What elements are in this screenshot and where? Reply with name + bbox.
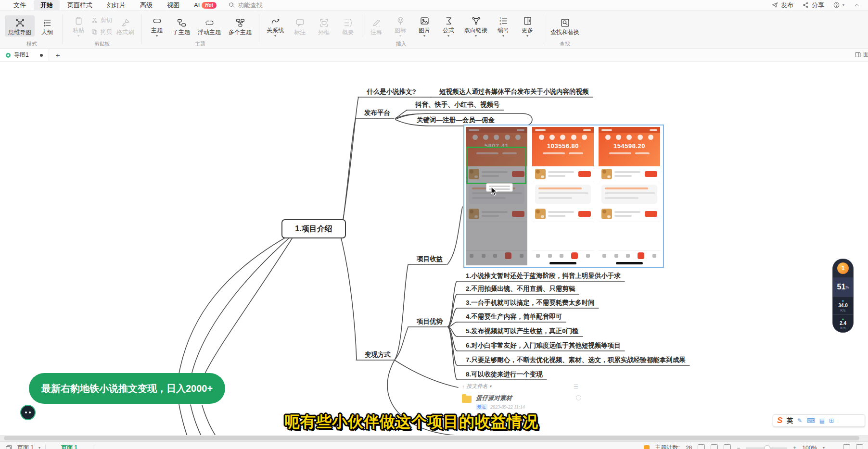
map-tab[interactable]: 导图1 bbox=[0, 49, 49, 61]
note-button[interactable]: 注释 bbox=[365, 15, 388, 37]
outline-mode-button[interactable]: 大纲 bbox=[36, 15, 59, 37]
multi-topic-button[interactable]: 多个主题 bbox=[225, 15, 255, 37]
floating-topic-button[interactable]: 浮动主题 bbox=[194, 15, 224, 37]
numbering-button[interactable]: 123编号▾ bbox=[492, 13, 515, 38]
function-search-label: 功能查找 bbox=[238, 1, 263, 10]
zoom-in-button[interactable]: + bbox=[793, 445, 796, 449]
node-project-revenue[interactable]: 项目收益 bbox=[417, 255, 443, 263]
outer-frame-button[interactable]: 外框 bbox=[312, 15, 335, 37]
mindmap-mode-button[interactable]: 思维导图 bbox=[5, 15, 35, 37]
advantage-item-3[interactable]: 3.一台手机就可以搞定，不需要耗费太多时间 bbox=[466, 299, 595, 307]
scrollbar-thumb[interactable] bbox=[4, 436, 859, 440]
icon-marker-button[interactable]: 图标▾ bbox=[389, 13, 412, 38]
active-page-tab[interactable]: 页面 1 bbox=[51, 444, 88, 449]
ime-language-mode[interactable]: 英 bbox=[787, 416, 793, 425]
list-view-icon[interactable]: ☰ bbox=[574, 384, 578, 390]
zoom-slider[interactable] bbox=[746, 448, 787, 449]
sogou-logo[interactable]: S bbox=[777, 416, 782, 425]
callout-button[interactable]: 标注 bbox=[288, 15, 311, 37]
node-monetization[interactable]: 变现方式 bbox=[365, 350, 391, 359]
publish-button[interactable]: 发布 bbox=[771, 1, 793, 10]
dog-photo bbox=[535, 169, 546, 179]
fit-width-icon[interactable] bbox=[724, 444, 731, 449]
file-row[interactable]: 蛋仔派对素材最近2023-09-22 11:14 bbox=[462, 394, 606, 410]
paste-button[interactable]: 粘贴▾ bbox=[67, 13, 90, 38]
zoom-level[interactable]: 100% bbox=[802, 445, 817, 449]
summary-button[interactable]: 概要 bbox=[336, 15, 359, 37]
advantage-item-5[interactable]: 5.发布视频就可以产生收益，真正0门槛 bbox=[466, 327, 579, 336]
page-selector-caret[interactable]: ▾ bbox=[38, 446, 40, 449]
collapse-icon[interactable] bbox=[856, 444, 863, 449]
upload-speed: ▲ 2.4 K/s bbox=[833, 314, 853, 332]
file-sort-header[interactable]: ↑ 按文件名 ▾ bbox=[462, 383, 606, 390]
topic-count-icon bbox=[644, 445, 650, 449]
panel-toggle-button[interactable]: 面板 bbox=[855, 50, 868, 59]
advantage-item-6[interactable]: 6.对小白非常友好，入门难度远低于其他短视频等项目 bbox=[466, 341, 621, 350]
booster-overlay[interactable]: 1 51 % ▼ 34.0 K/s ▲ 2.4 K/s bbox=[832, 259, 854, 333]
advantage-item-4[interactable]: 4.不需要生产内容，简单配音即可 bbox=[466, 312, 562, 321]
format-painter-button[interactable]: 格式刷 bbox=[113, 15, 137, 37]
copy-label: 拷贝 bbox=[101, 28, 112, 36]
node-project-advantage[interactable]: 项目优势 bbox=[417, 317, 443, 326]
node-keywords[interactable]: 关键词—注册—会员—佣金 bbox=[417, 116, 495, 125]
find-replace-button[interactable]: 查找和替换 bbox=[547, 15, 583, 37]
subtopic-button[interactable]: 子主题 bbox=[169, 15, 193, 37]
zoom-out-button[interactable]: − bbox=[737, 445, 740, 449]
bi-link-label: 双向链接 bbox=[464, 27, 487, 34]
menu-item-文件[interactable]: 文件 bbox=[7, 0, 33, 11]
fit-page-icon[interactable] bbox=[711, 444, 718, 449]
add-map-tab-button[interactable]: + bbox=[49, 51, 67, 59]
help-button[interactable]: ▾ bbox=[833, 1, 844, 9]
zoom-slider-knob[interactable] bbox=[764, 445, 770, 449]
menu-item-页面样式[interactable]: 页面样式 bbox=[61, 0, 99, 11]
divider bbox=[141, 14, 141, 44]
cut-icon bbox=[91, 17, 98, 24]
zoom-caret[interactable]: ▾ bbox=[823, 446, 825, 449]
ribbon-group-label: 剪贴板 bbox=[94, 39, 110, 48]
advantage-item-8[interactable]: 8.可以收徒来进行一个变现 bbox=[466, 370, 543, 379]
floating-topic-label: 浮动主题 bbox=[198, 29, 221, 36]
menu-item-高级[interactable]: 高级 bbox=[133, 0, 159, 11]
ime-pen-icon[interactable]: ✎ bbox=[797, 417, 802, 424]
upload-arrow-icon: ▲ bbox=[842, 317, 845, 321]
topic-count-value: 28 bbox=[686, 445, 692, 449]
menu-item-开始[interactable]: 开始 bbox=[34, 0, 60, 11]
ime-toolbox-icon[interactable]: ⊞ bbox=[829, 417, 834, 424]
assistant-avatar[interactable] bbox=[20, 405, 36, 420]
node-what-is[interactable]: 什么是小说推文? bbox=[367, 87, 416, 96]
picture-button[interactable]: 图片▾ bbox=[413, 13, 436, 38]
collapse-ribbon-button[interactable] bbox=[853, 1, 860, 9]
ime-toolbar[interactable]: S 英 ✎ ⌨ ▤ ⊞ bbox=[773, 414, 865, 427]
cut-button[interactable]: 剪切 bbox=[91, 16, 112, 25]
relation-line-button[interactable]: 关系线▾ bbox=[263, 13, 287, 38]
advantage-item-2[interactable]: 2.不用拍摄出镜、不用直播、只需剪辑 bbox=[466, 285, 575, 293]
menu-item-AI[interactable]: AIHot bbox=[187, 0, 223, 10]
more-button[interactable]: 更多▾ bbox=[516, 13, 539, 38]
page-selector[interactable]: 页面 1 bbox=[17, 444, 34, 449]
copy-button[interactable]: 拷贝 bbox=[91, 28, 112, 36]
grid-view-icon[interactable] bbox=[698, 444, 705, 449]
central-topic-node[interactable]: 1.项目介绍 bbox=[281, 219, 346, 238]
share-button[interactable]: 分享 bbox=[802, 1, 824, 10]
node-publish-platform[interactable]: 发布平台 bbox=[364, 109, 390, 117]
multi-icon bbox=[235, 18, 245, 28]
formula-button[interactable]: 公式▾ bbox=[437, 13, 460, 38]
function-search[interactable]: 功能查找 bbox=[228, 1, 263, 10]
pages-icon[interactable] bbox=[5, 444, 13, 449]
help-icon bbox=[833, 1, 840, 9]
file-radio[interactable] bbox=[576, 395, 581, 400]
node-what-is-desc[interactable]: 短视频达人通过各媒体平台发布关于小说内容的视频 bbox=[439, 87, 589, 96]
earnings-screenshots-image[interactable]: 5807.41103556.80154598.20 bbox=[463, 125, 664, 268]
advantage-item-7[interactable]: 7.只要足够耐心，不断去优化视频、素材、选文，积累实战经验都能拿到成果 bbox=[466, 356, 686, 364]
menu-item-视图[interactable]: 视图 bbox=[160, 0, 186, 11]
fullscreen-icon[interactable] bbox=[843, 444, 850, 449]
bi-link-button[interactable]: 双向链接▾ bbox=[461, 13, 491, 38]
ime-board-icon[interactable]: ▤ bbox=[819, 417, 825, 424]
root-topic-node[interactable]: 最新右豹地铁小说推文变现，日入2000+ bbox=[29, 373, 225, 404]
advantage-item-1[interactable]: 1.小说推文暂时还处于蓝海阶段，抖音上明显供小于求 bbox=[466, 272, 621, 280]
horizontal-scrollbar[interactable] bbox=[0, 435, 868, 441]
ime-keyboard-icon[interactable]: ⌨ bbox=[806, 417, 815, 424]
node-platform-list[interactable]: 抖音、快手、小红书、视频号 bbox=[415, 100, 500, 109]
topic-button[interactable]: 主题▾ bbox=[145, 13, 168, 38]
menu-item-幻灯片[interactable]: 幻灯片 bbox=[100, 0, 132, 11]
